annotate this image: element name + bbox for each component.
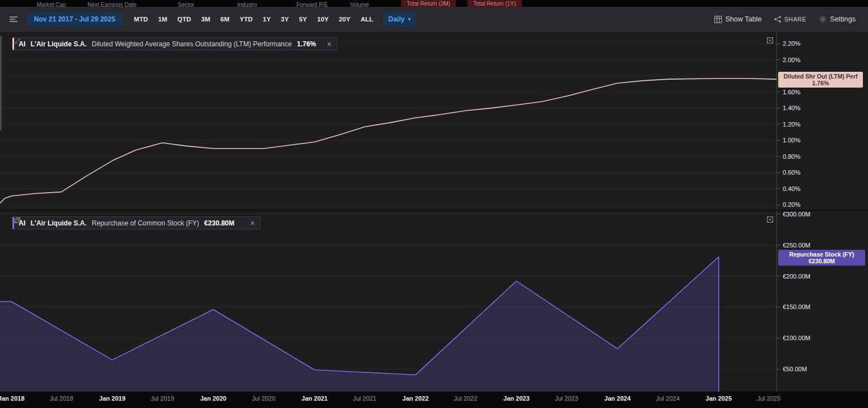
chart-canvas-0[interactable] [0, 32, 777, 210]
company-name: L'Air Liquide S.A. [30, 40, 87, 48]
range-button-qtd[interactable]: QTD [172, 12, 196, 26]
y-axis-label: €150.00M [777, 303, 810, 310]
y-axis-label: €50.00M [777, 366, 807, 372]
range-button-all[interactable]: ALL [355, 12, 378, 26]
y-axis-gutter: Diluted Shr Out (LTM) Perf 1.76% 2.20%2.… [777, 32, 868, 392]
y-axis-label: 2.00% [777, 57, 800, 63]
chart-canvas-1[interactable] [0, 211, 777, 392]
stat-label[interactable]: Total Return (1Y) [468, 0, 522, 7]
range-button-6m[interactable]: 6M [215, 12, 234, 26]
y-axis-label: €250.00M [777, 242, 810, 249]
metric-name: Diluted Weighted Average Shares Outstand… [92, 40, 292, 48]
show-table-button[interactable]: Show Table [714, 15, 761, 23]
x-axis-label: Jan 2025 [705, 395, 731, 402]
date-range-button[interactable]: Nov 21 2017 - Jul 29 2025 [27, 12, 122, 27]
y-axis-label: 0.40% [777, 185, 800, 192]
frequency-dropdown[interactable]: Daily ▾ [383, 12, 416, 27]
chevron-down-icon: ▾ [408, 16, 411, 22]
x-axis-labels: Jan 2018Jul 2018Jan 2019Jul 2019Jan 2020… [0, 392, 868, 408]
x-axis-label: Jul 2020 [252, 395, 276, 402]
metric-value: 1.76% [297, 40, 316, 48]
frequency-value: Daily [389, 15, 405, 23]
metric-value: €230.80M [204, 219, 234, 227]
y-axis-label: 1.40% [777, 105, 800, 111]
metric-name: Repurchase of Common Stock (FY) [92, 219, 199, 227]
x-axis-label: Jul 2023 [555, 395, 578, 402]
x-axis-label: Jan 2022 [403, 395, 429, 402]
share-label: SHARE [784, 16, 806, 23]
chart-panel-top: AI L'Air Liquide S.A. Diluted Weighted A… [0, 32, 777, 210]
x-axis-label: Jul 2025 [757, 395, 781, 402]
y-axis-label: 0.20% [777, 201, 800, 208]
range-button-1y[interactable]: 1Y [258, 12, 276, 26]
range-button-3y[interactable]: 3Y [276, 12, 294, 26]
x-axis-label: Jan 2024 [604, 395, 630, 402]
range-button-10y[interactable]: 10Y [312, 12, 333, 26]
chart-toolbar: Nov 21 2017 - Jul 29 2025 MTD1MQTD3M6MYT… [0, 7, 868, 32]
range-button-3m[interactable]: 3M [196, 12, 215, 26]
stat-label[interactable]: Forward P/E [296, 2, 328, 7]
stat-label[interactable]: Next Earnings Date [88, 2, 137, 7]
stats-strip: Market CapNext Earnings DateSectorIndust… [0, 0, 868, 7]
share-button[interactable]: SHARE [774, 16, 806, 23]
chart-panel-bottom: AI L'Air Liquide S.A. Repurchase of Comm… [0, 211, 777, 392]
y-axis-label: €300.00M [777, 211, 810, 218]
series-chip-top[interactable]: AI L'Air Liquide S.A. Diluted Weighted A… [12, 37, 337, 50]
x-axis-label: Jul 2021 [353, 395, 377, 402]
y-axis-label: 1.00% [777, 137, 800, 144]
y-axis-label: 0.60% [777, 169, 800, 176]
x-axis-label: Jul 2019 [151, 395, 175, 402]
gutter-panel-1: Repurchase Stock (FY) €230.80M €300.00M€… [777, 211, 868, 392]
range-button-5y[interactable]: 5Y [294, 12, 312, 26]
axis-badge-1: Repurchase Stock (FY) €230.80M [778, 250, 865, 266]
x-axis-label: Jan 2020 [200, 395, 226, 402]
y-axis-label: 2.20% [777, 40, 800, 47]
badge-title: Repurchase Stock (FY) [778, 251, 865, 258]
settings-button[interactable]: Settings [819, 15, 856, 23]
toolbar-right: Show Table SHARE Settings [714, 15, 859, 23]
x-axis-label: Jul 2018 [50, 395, 73, 402]
close-icon[interactable]: × [250, 219, 255, 227]
gear-icon [819, 15, 827, 23]
range-buttons: MTD1MQTD3M6MYTD1Y3Y5Y10Y20YALL [129, 12, 378, 26]
x-axis-label: Jul 2024 [656, 395, 680, 402]
share-icon [774, 16, 781, 23]
stat-label[interactable]: Total Return (3M) [401, 0, 456, 7]
y-axis-label: 1.60% [777, 89, 800, 96]
stat-label[interactable]: Market Cap [37, 2, 66, 7]
charting-app: Market CapNext Earnings DateSectorIndust… [0, 0, 868, 408]
range-button-1m[interactable]: 1M [153, 12, 172, 26]
x-axis-label: Jan 2021 [302, 395, 328, 402]
table-icon [714, 16, 722, 23]
stat-label[interactable]: Industry [237, 2, 258, 7]
range-button-mtd[interactable]: MTD [129, 12, 153, 26]
badge-value: 1.76% [778, 80, 863, 86]
vertical-scrollbar[interactable] [0, 36, 2, 131]
settings-label: Settings [830, 15, 856, 23]
series-chip-bottom[interactable]: AI L'Air Liquide S.A. Repurchase of Comm… [12, 216, 260, 229]
stat-label[interactable]: Volume [350, 2, 369, 7]
x-axis-label: Jul 2022 [454, 395, 478, 402]
close-icon[interactable]: × [327, 40, 332, 48]
menu-icon[interactable] [9, 15, 18, 23]
axis-badge-0: Diluted Shr Out (LTM) Perf 1.76% [778, 72, 863, 88]
stat-label[interactable]: Sector [178, 2, 194, 7]
panel-divider[interactable] [0, 210, 868, 211]
gutter-panel-0: Diluted Shr Out (LTM) Perf 1.76% 2.20%2.… [777, 32, 868, 210]
x-axis-label: Jan 2023 [503, 395, 529, 402]
range-button-ytd[interactable]: YTD [234, 12, 258, 26]
x-axis-label: Jan 2019 [99, 395, 125, 402]
badge-title: Diluted Shr Out (LTM) Perf [778, 73, 863, 80]
x-axis-label: Jan 2018 [0, 395, 24, 402]
y-axis-label: 1.20% [777, 121, 800, 128]
y-axis-label: 0.80% [777, 153, 800, 160]
y-axis-label: €200.00M [777, 273, 810, 280]
badge-value: €230.80M [778, 258, 865, 264]
y-axis-label: €100.00M [777, 335, 810, 341]
show-table-label: Show Table [725, 15, 761, 23]
range-button-20y[interactable]: 20Y [334, 12, 355, 26]
company-name: L'Air Liquide S.A. [30, 219, 87, 227]
